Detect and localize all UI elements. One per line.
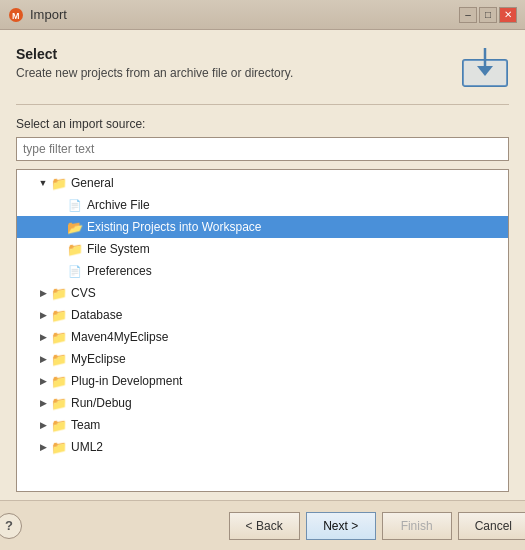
expand-arrow-maven: ▶ (37, 331, 49, 343)
tree-list[interactable]: ▼ 📁 General ▶ 📄 Archive File ▶ 📂 Existin… (17, 170, 508, 491)
tree-label-plugin-development: Plug-in Development (71, 374, 182, 388)
expand-arrow-run-debug: ▶ (37, 397, 49, 409)
tree-label-general: General (71, 176, 114, 190)
folder-icon-myeclipse: 📁 (51, 352, 67, 366)
tree-label-team: Team (71, 418, 100, 432)
help-button[interactable]: ? (0, 513, 22, 539)
expand-arrow-team: ▶ (37, 419, 49, 431)
folder-icon-cvs: 📁 (51, 286, 67, 300)
folder-icon-database: 📁 (51, 308, 67, 322)
close-button[interactable]: ✕ (499, 7, 517, 23)
expand-arrow-myeclipse: ▶ (37, 353, 49, 365)
navigation-buttons: < Back Next > Finish Cancel (229, 512, 525, 540)
svg-text:M: M (12, 11, 20, 21)
next-button[interactable]: Next > (306, 512, 376, 540)
dialog-content: Select Create new projects from an archi… (0, 30, 525, 500)
header-text: Select Create new projects from an archi… (16, 46, 293, 80)
expand-arrow-plugin: ▶ (37, 375, 49, 387)
tree-item-cvs[interactable]: ▶ 📁 CVS (17, 282, 508, 304)
expand-arrow-cvs: ▶ (37, 287, 49, 299)
expand-arrow-general: ▼ (37, 177, 49, 189)
file-icon-preferences: 📄 (67, 264, 83, 278)
folder-icon-run-debug: 📁 (51, 396, 67, 410)
tree-label-existing-projects: Existing Projects into Workspace (87, 220, 262, 234)
filter-label: Select an import source: (16, 117, 509, 131)
tree-label-preferences: Preferences (87, 264, 152, 278)
titlebar: M Import – □ ✕ (0, 0, 525, 30)
file-icon-archive: 📄 (67, 198, 83, 212)
tree-label-archive-file: Archive File (87, 198, 150, 212)
header-section: Select Create new projects from an archi… (16, 46, 509, 88)
tree-label-file-system: File System (87, 242, 150, 256)
folder-icon-plugin: 📁 (51, 374, 67, 388)
tree-label-myeclipse: MyEclipse (71, 352, 126, 366)
tree-item-myeclipse[interactable]: ▶ 📁 MyEclipse (17, 348, 508, 370)
folder-icon-maven: 📁 (51, 330, 67, 344)
cancel-button[interactable]: Cancel (458, 512, 525, 540)
tree-label-cvs: CVS (71, 286, 96, 300)
folder-icon-team: 📁 (51, 418, 67, 432)
window-controls: – □ ✕ (459, 7, 517, 23)
folder-icon-filesystem: 📁 (67, 242, 83, 256)
app-icon: M (8, 7, 24, 23)
tree-item-general[interactable]: ▼ 📁 General (17, 172, 508, 194)
tree-item-existing-projects[interactable]: ▶ 📂 Existing Projects into Workspace (17, 216, 508, 238)
folder-icon-existing: 📂 (67, 220, 83, 234)
tree-item-uml[interactable]: ▶ 📁 UML2 (17, 436, 508, 458)
tree-item-preferences[interactable]: ▶ 📄 Preferences (17, 260, 508, 282)
back-button[interactable]: < Back (229, 512, 300, 540)
folder-icon-general: 📁 (51, 176, 67, 190)
tree-container: ▼ 📁 General ▶ 📄 Archive File ▶ 📂 Existin… (16, 169, 509, 492)
folder-icon-uml: 📁 (51, 440, 67, 454)
header-title: Select (16, 46, 293, 62)
expand-arrow-uml: ▶ (37, 441, 49, 453)
tree-item-maven4myeclipse[interactable]: ▶ 📁 Maven4MyEclipse (17, 326, 508, 348)
header-divider (16, 104, 509, 105)
button-row: ? < Back Next > Finish Cancel (0, 500, 525, 550)
tree-item-plugin-development[interactable]: ▶ 📁 Plug-in Development (17, 370, 508, 392)
tree-item-run-debug[interactable]: ▶ 📁 Run/Debug (17, 392, 508, 414)
filter-input[interactable] (16, 137, 509, 161)
tree-item-database[interactable]: ▶ 📁 Database (17, 304, 508, 326)
tree-label-uml: UML2 (71, 440, 103, 454)
tree-label-maven4myeclipse: Maven4MyEclipse (71, 330, 168, 344)
expand-arrow-database: ▶ (37, 309, 49, 321)
window-title: Import (30, 7, 67, 22)
finish-button[interactable]: Finish (382, 512, 452, 540)
maximize-button[interactable]: □ (479, 7, 497, 23)
tree-item-archive-file[interactable]: ▶ 📄 Archive File (17, 194, 508, 216)
import-icon (461, 46, 509, 88)
tree-label-run-debug: Run/Debug (71, 396, 132, 410)
header-description: Create new projects from an archive file… (16, 66, 293, 80)
tree-item-team[interactable]: ▶ 📁 Team (17, 414, 508, 436)
tree-item-file-system[interactable]: ▶ 📁 File System (17, 238, 508, 260)
minimize-button[interactable]: – (459, 7, 477, 23)
tree-label-database: Database (71, 308, 122, 322)
